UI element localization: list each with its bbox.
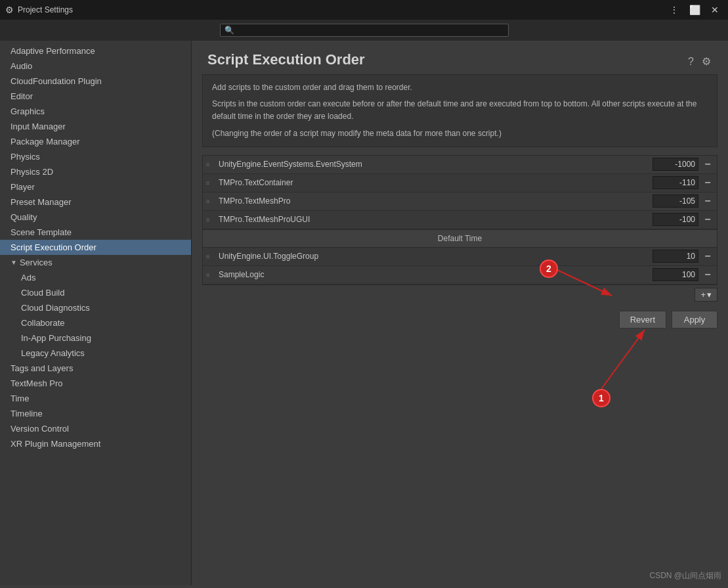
content-area: Script Execution Order ? ⚙ Add scripts t… bbox=[192, 41, 728, 585]
table-row: ≡ TMPro.TextMeshProUGUI − bbox=[203, 211, 717, 229]
script-name: UnityEngine.UI.ToggleGroup bbox=[213, 252, 646, 261]
remove-button[interactable]: − bbox=[698, 214, 717, 225]
settings-icon: ⚙ bbox=[5, 5, 14, 15]
header-icons: ? ⚙ bbox=[687, 54, 712, 69]
script-value bbox=[646, 176, 698, 189]
sidebar-item-graphics[interactable]: Graphics bbox=[0, 104, 191, 119]
annotation-1: 1 bbox=[592, 389, 610, 407]
script-name: TMPro.TextMeshProUGUI bbox=[213, 215, 646, 224]
sidebar-item-cloud-build[interactable]: Cloud Build bbox=[0, 285, 191, 300]
sidebar-item-scene-template[interactable]: Scene Template bbox=[0, 225, 191, 240]
sidebar-item-quality[interactable]: Quality bbox=[0, 210, 191, 225]
drag-handle-icon[interactable]: ≡ bbox=[203, 198, 213, 205]
sidebar-item-input-manager[interactable]: Input Manager bbox=[0, 119, 191, 134]
sidebar-item-xr-plugin-management[interactable]: XR Plugin Management bbox=[0, 436, 191, 451]
table-row: ≡ UnityEngine.UI.ToggleGroup − bbox=[203, 248, 717, 266]
sidebar-item-tags-and-layers[interactable]: Tags and Layers bbox=[0, 361, 191, 376]
close-button[interactable]: ✕ bbox=[707, 3, 723, 16]
apply-button[interactable]: Apply bbox=[672, 311, 717, 328]
sidebar-item-preset-manager[interactable]: Preset Manager bbox=[0, 194, 191, 210]
sidebar-item-textmesh-pro[interactable]: TextMesh Pro bbox=[0, 376, 191, 391]
triangle-icon: ▼ bbox=[11, 259, 17, 266]
title-bar-left: ⚙ Project Settings bbox=[5, 5, 73, 15]
info-line3: (Changing the order of a script may modi… bbox=[212, 127, 708, 140]
add-script-button[interactable]: + ▾ bbox=[695, 288, 717, 302]
sidebar-item-in-app-purchasing[interactable]: In-App Purchasing bbox=[0, 330, 191, 346]
sidebar-item-version-control[interactable]: Version Control bbox=[0, 421, 191, 436]
plus-icon: + bbox=[700, 290, 706, 300]
content-inner: Script Execution Order ? ⚙ Add scripts t… bbox=[192, 41, 728, 335]
gear-button[interactable]: ⚙ bbox=[700, 54, 712, 69]
sidebar-item-physics[interactable]: Physics bbox=[0, 149, 191, 164]
script-name: UnityEngine.EventSystems.EventSystem bbox=[213, 160, 646, 169]
sidebar-group-services[interactable]: ▼ Services bbox=[0, 255, 191, 270]
remove-button[interactable]: − bbox=[698, 250, 717, 262]
sidebar-item-physics2d[interactable]: Physics 2D bbox=[0, 164, 191, 179]
table-row: ≡ TMPro.TextContainer − bbox=[203, 174, 717, 192]
sidebar-item-time[interactable]: Time bbox=[0, 391, 191, 406]
default-time-label: Default Time bbox=[438, 234, 482, 243]
script-value-input[interactable] bbox=[653, 194, 698, 208]
table-row: ≡ TMPro.TextMeshPro − bbox=[203, 192, 717, 211]
sidebar-item-adaptive-performance[interactable]: Adaptive Performance bbox=[0, 43, 191, 58]
script-name: TMPro.TextMeshPro bbox=[213, 196, 646, 206]
search-bar: 🔍 bbox=[0, 20, 728, 41]
window-title: Project Settings bbox=[18, 5, 73, 14]
add-row: + ▾ bbox=[192, 285, 728, 304]
sidebar-item-editor[interactable]: Editor bbox=[0, 89, 191, 104]
watermark: CSDN @山间点烟雨 bbox=[649, 570, 721, 581]
script-name: SampleLogic bbox=[213, 270, 646, 279]
drag-handle-icon[interactable]: ≡ bbox=[203, 216, 213, 223]
more-button[interactable]: ⋮ bbox=[666, 3, 683, 16]
sidebar-item-legacy-analytics[interactable]: Legacy Analytics bbox=[0, 346, 191, 361]
remove-button[interactable]: − bbox=[698, 195, 717, 207]
remove-button[interactable]: − bbox=[698, 177, 717, 189]
script-value-input[interactable] bbox=[653, 268, 698, 281]
annotation-2: 2 bbox=[540, 260, 558, 278]
svg-line-2 bbox=[601, 330, 645, 389]
script-name: TMPro.TextContainer bbox=[213, 178, 646, 187]
sidebar-item-player[interactable]: Player bbox=[0, 179, 191, 194]
sidebar-item-package-manager[interactable]: Package Manager bbox=[0, 134, 191, 149]
script-table: ≡ UnityEngine.EventSystems.EventSystem −… bbox=[202, 155, 717, 285]
main-layout: Adaptive Performance Audio CloudFoundati… bbox=[0, 41, 728, 585]
bottom-bar: Revert Apply bbox=[192, 304, 728, 335]
page-title: Script Execution Order bbox=[207, 51, 365, 68]
sidebar: Adaptive Performance Audio CloudFoundati… bbox=[0, 41, 192, 585]
content-header: Script Execution Order ? ⚙ bbox=[192, 41, 728, 74]
remove-button[interactable]: − bbox=[698, 158, 717, 170]
table-row: ≡ UnityEngine.EventSystems.EventSystem − bbox=[203, 156, 717, 174]
info-line2: Scripts in the custom order can execute … bbox=[212, 98, 708, 123]
sidebar-item-cloudfoundation[interactable]: CloudFoundation Plugin bbox=[0, 74, 191, 89]
script-value bbox=[646, 213, 698, 226]
remove-button[interactable]: − bbox=[698, 269, 717, 281]
info-box: Add scripts to the custom order and drag… bbox=[202, 74, 717, 147]
title-bar: ⚙ Project Settings ⋮ ⬜ ✕ bbox=[0, 0, 728, 20]
script-value-input[interactable] bbox=[653, 213, 698, 226]
script-value bbox=[646, 250, 698, 263]
restore-button[interactable]: ⬜ bbox=[685, 3, 704, 16]
drag-handle-icon[interactable]: ≡ bbox=[203, 271, 213, 279]
sidebar-item-ads[interactable]: Ads bbox=[0, 270, 191, 285]
info-line1: Add scripts to the custom order and drag… bbox=[212, 81, 708, 94]
sidebar-item-audio[interactable]: Audio bbox=[0, 58, 191, 74]
sidebar-group-services-label: Services bbox=[20, 258, 53, 267]
sidebar-item-timeline[interactable]: Timeline bbox=[0, 406, 191, 421]
help-button[interactable]: ? bbox=[687, 55, 695, 69]
sidebar-item-script-execution-order[interactable]: Script Execution Order bbox=[0, 240, 191, 255]
title-bar-controls: ⋮ ⬜ ✕ bbox=[666, 3, 723, 16]
script-value-input[interactable] bbox=[653, 250, 698, 263]
drag-handle-icon[interactable]: ≡ bbox=[203, 161, 213, 168]
sidebar-item-collaborate[interactable]: Collaborate bbox=[0, 315, 191, 330]
script-value bbox=[646, 158, 698, 171]
drag-handle-icon[interactable]: ≡ bbox=[203, 253, 213, 260]
sidebar-item-cloud-diagnostics[interactable]: Cloud Diagnostics bbox=[0, 300, 191, 315]
script-value bbox=[646, 268, 698, 281]
drag-handle-icon[interactable]: ≡ bbox=[203, 179, 213, 187]
script-value-input[interactable] bbox=[653, 158, 698, 171]
script-value-input[interactable] bbox=[653, 176, 698, 189]
table-row: ≡ SampleLogic − bbox=[203, 266, 717, 284]
revert-button[interactable]: Revert bbox=[619, 311, 666, 328]
search-wrapper: 🔍 bbox=[220, 24, 509, 37]
search-input[interactable] bbox=[234, 26, 504, 35]
